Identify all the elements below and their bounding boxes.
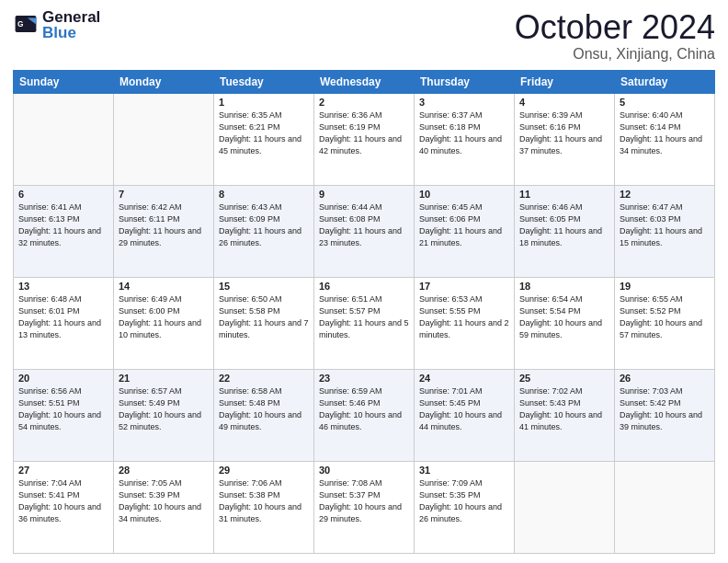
day-cell: 1Sunrise: 6:35 AMSunset: 6:21 PMDaylight… — [214, 93, 314, 185]
day-number: 31 — [419, 465, 509, 476]
day-cell: 5Sunrise: 6:40 AMSunset: 6:14 PMDaylight… — [615, 93, 715, 185]
logo-name: General Blue — [42, 9, 100, 40]
header-day-tuesday: Tuesday — [214, 70, 314, 93]
day-cell: 8Sunrise: 6:43 AMSunset: 6:09 PMDaylight… — [214, 185, 314, 277]
day-info: Sunrise: 6:50 AMSunset: 5:58 PMDaylight:… — [219, 293, 309, 341]
day-number: 9 — [319, 189, 409, 200]
week-row-1: 1Sunrise: 6:35 AMSunset: 6:21 PMDaylight… — [14, 93, 715, 185]
day-cell — [14, 93, 114, 185]
week-row-4: 20Sunrise: 6:56 AMSunset: 5:51 PMDayligh… — [14, 369, 715, 461]
day-info: Sunrise: 7:02 AMSunset: 5:43 PMDaylight:… — [519, 385, 609, 433]
day-number: 28 — [119, 465, 209, 476]
week-row-3: 13Sunrise: 6:48 AMSunset: 6:01 PMDayligh… — [14, 277, 715, 369]
day-info: Sunrise: 6:46 AMSunset: 6:05 PMDaylight:… — [519, 201, 609, 249]
day-cell: 15Sunrise: 6:50 AMSunset: 5:58 PMDayligh… — [214, 277, 314, 369]
day-number: 13 — [18, 281, 108, 292]
day-info: Sunrise: 7:01 AMSunset: 5:45 PMDaylight:… — [419, 385, 509, 433]
day-number: 10 — [419, 189, 509, 200]
day-number: 11 — [519, 189, 609, 200]
day-cell: 28Sunrise: 7:05 AMSunset: 5:39 PMDayligh… — [114, 461, 214, 553]
day-cell — [114, 93, 214, 185]
day-cell: 7Sunrise: 6:42 AMSunset: 6:11 PMDaylight… — [114, 185, 214, 277]
day-number: 23 — [319, 373, 409, 384]
day-info: Sunrise: 6:57 AMSunset: 5:49 PMDaylight:… — [119, 385, 209, 433]
day-number: 2 — [319, 97, 409, 108]
day-number: 14 — [119, 281, 209, 292]
day-cell: 12Sunrise: 6:47 AMSunset: 6:03 PMDayligh… — [615, 185, 715, 277]
day-cell: 31Sunrise: 7:09 AMSunset: 5:35 PMDayligh… — [415, 461, 515, 553]
day-info: Sunrise: 6:45 AMSunset: 6:06 PMDaylight:… — [419, 201, 509, 249]
day-cell: 30Sunrise: 7:08 AMSunset: 5:37 PMDayligh… — [314, 461, 415, 553]
day-number: 5 — [620, 97, 710, 108]
day-number: 24 — [419, 373, 509, 384]
day-info: Sunrise: 6:53 AMSunset: 5:55 PMDaylight:… — [419, 293, 509, 341]
header: G General Blue October 2024 Onsu, Xinjia… — [13, 9, 715, 63]
day-cell: 9Sunrise: 6:44 AMSunset: 6:08 PMDaylight… — [314, 185, 415, 277]
week-row-2: 6Sunrise: 6:41 AMSunset: 6:13 PMDaylight… — [14, 185, 715, 277]
day-cell: 23Sunrise: 6:59 AMSunset: 5:46 PMDayligh… — [314, 369, 415, 461]
day-cell: 22Sunrise: 6:58 AMSunset: 5:48 PMDayligh… — [214, 369, 314, 461]
day-number: 20 — [18, 373, 108, 384]
day-info: Sunrise: 6:40 AMSunset: 6:14 PMDaylight:… — [620, 109, 710, 157]
day-number: 29 — [219, 465, 309, 476]
day-number: 26 — [620, 373, 710, 384]
day-info: Sunrise: 6:49 AMSunset: 6:00 PMDaylight:… — [119, 293, 209, 341]
logo-icon: G — [13, 16, 39, 32]
day-cell: 4Sunrise: 6:39 AMSunset: 6:16 PMDaylight… — [515, 93, 615, 185]
day-number: 4 — [519, 97, 609, 108]
day-number: 7 — [119, 189, 209, 200]
month-title: October 2024 — [515, 9, 715, 46]
day-info: Sunrise: 6:56 AMSunset: 5:51 PMDaylight:… — [18, 385, 108, 433]
day-number: 17 — [419, 281, 509, 292]
day-info: Sunrise: 7:09 AMSunset: 5:35 PMDaylight:… — [419, 477, 509, 525]
day-cell: 20Sunrise: 6:56 AMSunset: 5:51 PMDayligh… — [14, 369, 114, 461]
day-info: Sunrise: 7:08 AMSunset: 5:37 PMDaylight:… — [319, 477, 409, 525]
day-cell — [615, 461, 715, 553]
header-row: SundayMondayTuesdayWednesdayThursdayFrid… — [14, 70, 715, 93]
day-number: 1 — [219, 97, 309, 108]
day-number: 21 — [119, 373, 209, 384]
day-info: Sunrise: 6:54 AMSunset: 5:54 PMDaylight:… — [519, 293, 609, 341]
day-info: Sunrise: 6:59 AMSunset: 5:46 PMDaylight:… — [319, 385, 409, 433]
day-number: 6 — [18, 189, 108, 200]
day-info: Sunrise: 6:36 AMSunset: 6:19 PMDaylight:… — [319, 109, 409, 157]
day-info: Sunrise: 7:06 AMSunset: 5:38 PMDaylight:… — [219, 477, 309, 525]
day-info: Sunrise: 6:58 AMSunset: 5:48 PMDaylight:… — [219, 385, 309, 433]
day-number: 22 — [219, 373, 309, 384]
day-cell: 25Sunrise: 7:02 AMSunset: 5:43 PMDayligh… — [515, 369, 615, 461]
header-day-sunday: Sunday — [14, 70, 114, 93]
header-day-thursday: Thursday — [415, 70, 515, 93]
day-info: Sunrise: 7:04 AMSunset: 5:41 PMDaylight:… — [18, 477, 108, 525]
day-cell: 6Sunrise: 6:41 AMSunset: 6:13 PMDaylight… — [14, 185, 114, 277]
day-info: Sunrise: 6:43 AMSunset: 6:09 PMDaylight:… — [219, 201, 309, 249]
calendar-page: G General Blue October 2024 Onsu, Xinjia… — [0, 0, 728, 563]
day-info: Sunrise: 7:03 AMSunset: 5:42 PMDaylight:… — [620, 385, 710, 433]
day-cell: 21Sunrise: 6:57 AMSunset: 5:49 PMDayligh… — [114, 369, 214, 461]
day-cell: 10Sunrise: 6:45 AMSunset: 6:06 PMDayligh… — [415, 185, 515, 277]
day-info: Sunrise: 6:51 AMSunset: 5:57 PMDaylight:… — [319, 293, 409, 341]
day-info: Sunrise: 6:44 AMSunset: 6:08 PMDaylight:… — [319, 201, 409, 249]
title-block: October 2024 Onsu, Xinjiang, China — [515, 9, 715, 63]
header-day-monday: Monday — [114, 70, 214, 93]
day-cell: 19Sunrise: 6:55 AMSunset: 5:52 PMDayligh… — [615, 277, 715, 369]
day-number: 3 — [419, 97, 509, 108]
day-info: Sunrise: 6:47 AMSunset: 6:03 PMDaylight:… — [620, 201, 710, 249]
day-info: Sunrise: 6:35 AMSunset: 6:21 PMDaylight:… — [219, 109, 309, 157]
day-number: 25 — [519, 373, 609, 384]
day-cell: 11Sunrise: 6:46 AMSunset: 6:05 PMDayligh… — [515, 185, 615, 277]
day-number: 19 — [620, 281, 710, 292]
day-cell: 18Sunrise: 6:54 AMSunset: 5:54 PMDayligh… — [515, 277, 615, 369]
day-cell: 16Sunrise: 6:51 AMSunset: 5:57 PMDayligh… — [314, 277, 415, 369]
day-info: Sunrise: 6:48 AMSunset: 6:01 PMDaylight:… — [18, 293, 108, 341]
day-info: Sunrise: 6:55 AMSunset: 5:52 PMDaylight:… — [620, 293, 710, 341]
week-row-5: 27Sunrise: 7:04 AMSunset: 5:41 PMDayligh… — [14, 461, 715, 553]
day-info: Sunrise: 7:05 AMSunset: 5:39 PMDaylight:… — [119, 477, 209, 525]
calendar-table: SundayMondayTuesdayWednesdayThursdayFrid… — [13, 70, 715, 554]
day-info: Sunrise: 6:37 AMSunset: 6:18 PMDaylight:… — [419, 109, 509, 157]
day-cell: 2Sunrise: 6:36 AMSunset: 6:19 PMDaylight… — [314, 93, 415, 185]
day-number: 8 — [219, 189, 309, 200]
day-cell: 3Sunrise: 6:37 AMSunset: 6:18 PMDaylight… — [415, 93, 515, 185]
day-cell: 29Sunrise: 7:06 AMSunset: 5:38 PMDayligh… — [214, 461, 314, 553]
day-cell: 13Sunrise: 6:48 AMSunset: 6:01 PMDayligh… — [14, 277, 114, 369]
day-number: 15 — [219, 281, 309, 292]
